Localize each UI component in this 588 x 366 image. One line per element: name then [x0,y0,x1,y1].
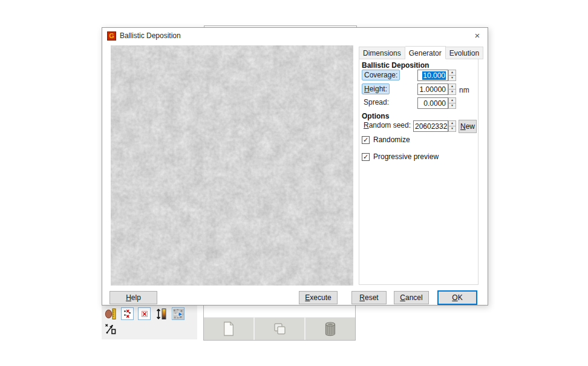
spin-down-icon[interactable]: ▼ [448,90,456,95]
random-seed-input[interactable]: 2060233222 [413,120,448,132]
settings-panel: Dimensions Generator Evolution Ballistic… [359,47,479,285]
reset-button[interactable]: Reset [351,291,387,304]
coverage-spinner: ▲ ▼ [448,70,456,81]
section-heading-options: Options [362,112,389,120]
spin-down-icon[interactable]: ▼ [448,126,456,132]
cancel-button-label: Cancel [400,293,422,302]
tab-bar: Dimensions Generator Evolution [359,47,483,59]
coverage-value: 10.000 [422,71,446,80]
delete-icon[interactable] [305,318,355,340]
random-seed-spinner: ▲ ▼ [448,120,456,132]
spin-up-icon[interactable]: ▲ [448,83,456,90]
tab-dimensions[interactable]: Dimensions [359,47,405,59]
progressive-preview-label: Progressive preview [373,152,439,161]
reset-button-label: Reset [359,293,378,302]
spin-down-icon[interactable]: ▼ [448,103,456,109]
height-label[interactable]: Height: [362,83,390,94]
random-seed-label: Random seed: [362,120,413,130]
mask-remove-icon[interactable] [138,307,151,320]
filter-arrow-icon[interactable] [172,307,185,320]
duplicate-icon[interactable] [255,318,304,340]
help-button-label: Help [126,293,141,302]
surface-preview-image [111,45,353,286]
randomize-label: Randomize [373,136,410,144]
coverage-input[interactable]: 10.000 [417,70,448,81]
tab-generator[interactable]: Generator [405,46,446,59]
new-seed-button-label: New [460,122,475,131]
randomize-checkbox[interactable]: ✓ Randomize [362,136,410,144]
distance-measure-icon[interactable] [104,322,117,335]
remove-spots-icon[interactable] [121,307,134,320]
height-input[interactable]: 1.00000 [417,83,448,95]
new-seed-button[interactable]: New [459,120,477,133]
spread-spinner: ▲ ▼ [448,97,456,109]
close-icon[interactable]: × [467,28,488,44]
ok-button[interactable]: OK [437,290,477,305]
spin-up-icon[interactable]: ▲ [448,70,456,76]
dialog-titlebar[interactable]: G Ballistic Deposition × [102,28,488,44]
data-browser-toolbar [204,317,355,340]
spread-input[interactable]: 0.0000 [417,97,448,109]
execute-button-label: Execute [305,293,331,302]
ok-button-label: OK [452,293,462,302]
data-browser-window [203,301,356,341]
checkbox-check-icon: ✓ [362,136,370,144]
height-spinner: ▲ ▼ [448,83,456,95]
tab-evolution[interactable]: Evolution [446,47,483,59]
desktop: G Ballistic Deposition × [0,0,588,366]
color-range-icon[interactable] [155,307,168,320]
execute-button[interactable]: Execute [299,291,338,304]
gwyddion-logo-icon: G [107,31,116,41]
spin-down-icon[interactable]: ▼ [448,76,456,81]
new-file-icon[interactable] [204,318,253,340]
progressive-preview-checkbox[interactable]: ✓ Progressive preview [362,152,439,161]
dialog-title: Ballistic Deposition [120,31,181,40]
section-heading-ballistic-deposition: Ballistic Deposition [362,61,429,70]
spread-label[interactable]: Spread: [362,97,391,107]
spin-up-icon[interactable]: ▲ [448,97,456,103]
spin-up-icon[interactable]: ▲ [448,120,456,126]
grain-measure-icon[interactable] [104,307,117,320]
cancel-button[interactable]: Cancel [394,291,429,304]
help-button[interactable]: Help [109,291,157,304]
ballistic-deposition-dialog: G Ballistic Deposition × [102,27,488,306]
tool-palette [102,306,197,339]
checkbox-check-icon: ✓ [362,153,370,161]
coverage-label[interactable]: Coverage: [362,70,400,80]
height-unit: nm [459,86,469,94]
